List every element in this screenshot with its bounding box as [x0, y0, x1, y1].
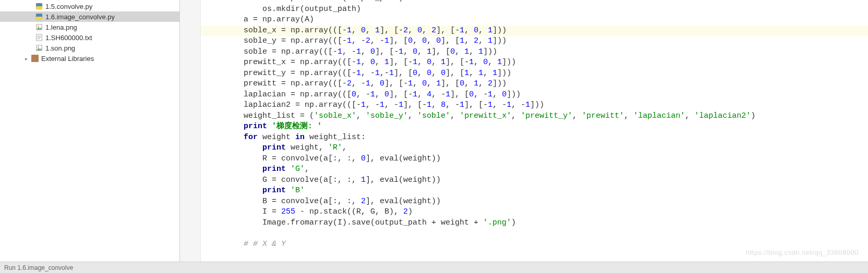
file-tree-item[interactable]: 1.SH600000.txt — [0, 32, 179, 43]
image-file-icon — [35, 44, 43, 52]
code-line[interactable]: print '梯度检测: ' — [206, 121, 868, 132]
watermark-text: https://blog.csdn.net/qq_33608000 — [746, 249, 859, 256]
status-text: Run 1.6.image_convolve — [4, 264, 73, 271]
code-line[interactable]: soble_y = np.array(([-1, -2, -1], [0, 0,… — [206, 36, 868, 47]
status-bar: Run 1.6.image_convolve — [0, 262, 868, 273]
code-line[interactable]: soble_x = np.array(([-1, 0, 1], [-2, 0, … — [201, 26, 868, 36]
code-line[interactable]: laplacian = np.array(([0, -1, 0], [-1, 4… — [206, 90, 868, 101]
external-libraries-label: External Libraries — [41, 55, 94, 63]
svg-point-11 — [38, 46, 39, 48]
code-line[interactable]: B = convolve(a[:, :, 2], eval(weight)) — [206, 196, 868, 207]
library-icon — [31, 55, 39, 62]
file-tree-item[interactable]: 1.6.image_convolve.py — [0, 11, 179, 22]
svg-rect-1 — [36, 6, 42, 9]
file-name-label: 1.SH600000.txt — [45, 34, 92, 42]
python-file-icon — [35, 13, 43, 20]
code-line[interactable]: soble = np.array(([-1, -1, 0], [-1, 0, 1… — [206, 47, 868, 58]
file-name-label: 1.son.png — [45, 44, 75, 52]
external-libraries-node[interactable]: ▸ External Libraries — [0, 53, 179, 64]
code-line[interactable]: R = convolve(a[:, :, 0], eval(weight)) — [206, 154, 868, 165]
code-line[interactable]: weight_list = ('soble_x', 'soble_y', 'so… — [206, 111, 868, 122]
code-line[interactable]: print 'B' — [206, 185, 868, 196]
code-line[interactable]: laplacian2 = np.array(([-1, -1, -1], [-1… — [206, 100, 868, 111]
code-line[interactable]: prewitt_y = np.array(([-1, -1,-1], [0, 0… — [206, 68, 868, 79]
file-tree-item[interactable]: 1.5.convolve.py — [0, 1, 179, 11]
svg-point-5 — [38, 26, 39, 27]
code-line[interactable]: G = convolve(a[:, :, 1], eval(weight)) — [206, 175, 868, 186]
code-line[interactable]: os.mkdir(output_path) — [206, 4, 868, 15]
code-line[interactable]: I = 255 - np.stack((R, G, B), 2) — [206, 207, 868, 218]
text-file-icon — [35, 34, 43, 41]
code-editor[interactable]: if not os.path.exists(output_path): os.m… — [180, 0, 868, 273]
file-name-label: 1.lena.png — [45, 23, 77, 31]
file-name-label: 1.6.image_convolve.py — [45, 13, 115, 21]
svg-rect-3 — [36, 17, 42, 20]
chevron-right-icon: ▸ — [25, 56, 30, 61]
code-line[interactable]: # # X & Y — [206, 239, 868, 250]
code-line[interactable]: if not os.path.exists(output_path): — [206, 0, 868, 4]
code-line[interactable]: prewitt_x = np.array(([-1, 0, 1], [-1, 0… — [206, 57, 868, 68]
file-tree-item[interactable]: 1.son.png — [0, 43, 179, 53]
file-tree-item[interactable]: 1.lena.png — [0, 22, 179, 32]
code-line[interactable]: prewitt = np.array(([-2, -1, 0], [-1, 0,… — [206, 79, 868, 90]
code-line[interactable]: Image.fromarray(I).save(output_path + we… — [206, 218, 868, 229]
code-line[interactable] — [206, 228, 868, 239]
code-line[interactable]: print weight, 'R', — [206, 143, 868, 154]
python-file-icon — [35, 3, 43, 10]
image-file-icon — [35, 23, 43, 31]
file-name-label: 1.5.convolve.py — [45, 3, 92, 10]
code-line[interactable]: print 'G', — [206, 164, 868, 175]
code-line[interactable]: a = np.array(A) — [206, 15, 868, 26]
code-line[interactable]: for weight in weight_list: — [206, 132, 868, 143]
project-sidebar[interactable]: 1.5.convolve.py1.6.image_convolve.py1.le… — [0, 0, 180, 273]
editor-gutter — [180, 0, 201, 273]
